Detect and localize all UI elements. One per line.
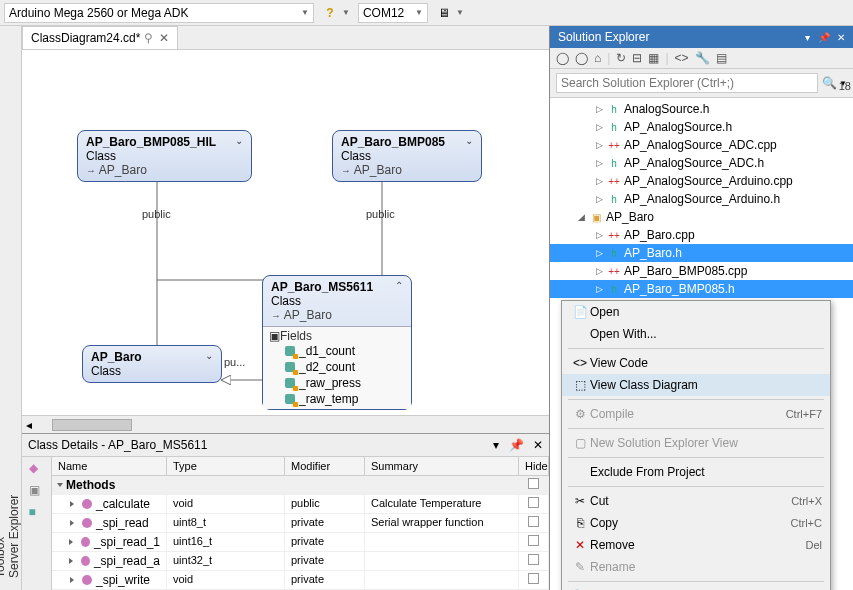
- expand-icon[interactable]: ◢: [576, 212, 586, 222]
- forward-icon[interactable]: ◯: [575, 51, 588, 65]
- expand-icon[interactable]: ▷: [594, 266, 604, 276]
- expand-icon[interactable]: ▷: [594, 140, 604, 150]
- group-methods[interactable]: Methods: [52, 476, 549, 495]
- expand-icon[interactable]: [69, 558, 73, 564]
- ctx-view-class-diagram[interactable]: ⬚View Class Diagram: [562, 374, 830, 396]
- chevron-down-icon[interactable]: ▼: [456, 8, 464, 17]
- pin-icon[interactable]: 📌: [509, 438, 524, 452]
- ctx-copy[interactable]: ⎘CopyCtrl+C: [562, 512, 830, 534]
- dropdown-icon[interactable]: ▾: [493, 438, 499, 452]
- collapse-icon[interactable]: ⊟: [632, 51, 642, 65]
- field-item[interactable]: _raw_press: [269, 375, 405, 391]
- table-row[interactable]: _spi_read_1 uint16_t private: [52, 533, 549, 552]
- hide-checkbox[interactable]: [528, 554, 539, 565]
- ctx-properties[interactable]: 🔧PropertiesAlt+Enter: [562, 585, 830, 590]
- class-ap-baro-bmp085[interactable]: AP_Baro_BMP085 Class → AP_Baro ⌄: [332, 130, 482, 182]
- show-all-icon[interactable]: ▦: [648, 51, 659, 65]
- ctx-open[interactable]: 📄Open: [562, 301, 830, 323]
- col-hide[interactable]: Hide: [519, 457, 549, 475]
- class-ap-baro[interactable]: AP_Baro Class ⌄: [82, 345, 222, 383]
- field-icon[interactable]: ■: [29, 505, 45, 521]
- toolbox-tab[interactable]: Toolbox: [0, 34, 7, 578]
- tree-item[interactable]: ▷hAP_AnalogSource_ADC.h: [550, 154, 853, 172]
- expand-icon[interactable]: [70, 577, 74, 583]
- chevron-down-icon[interactable]: ⌄: [205, 350, 213, 361]
- field-item[interactable]: _raw_temp: [269, 391, 405, 407]
- dropdown-icon[interactable]: ▾: [805, 32, 810, 43]
- expand-icon[interactable]: ▷: [594, 104, 604, 114]
- tree-item[interactable]: ▷hAnalogSource.h: [550, 100, 853, 118]
- board-selector[interactable]: Arduino Mega 2560 or Mega ADK ▼: [4, 3, 314, 23]
- expand-icon[interactable]: [70, 501, 74, 507]
- expand-icon[interactable]: ▷: [594, 122, 604, 132]
- chevron-down-icon[interactable]: ⌄: [235, 135, 243, 146]
- hide-checkbox[interactable]: [528, 478, 539, 489]
- ctx-exclude[interactable]: Exclude From Project: [562, 461, 830, 483]
- tree-item[interactable]: ▷++AP_Baro.cpp: [550, 226, 853, 244]
- tree-item[interactable]: ▷hAP_Baro.h: [550, 244, 853, 262]
- properties-icon[interactable]: ▤: [716, 51, 727, 65]
- fields-header[interactable]: ▣ Fields: [269, 329, 405, 343]
- wrench-icon[interactable]: 🔧: [695, 51, 710, 65]
- hide-checkbox[interactable]: [528, 516, 539, 527]
- back-icon[interactable]: ◯: [556, 51, 569, 65]
- class-ap-baro-bmp085-hil[interactable]: AP_Baro_BMP085_HIL Class → AP_Baro ⌄: [77, 130, 252, 182]
- expand-icon[interactable]: ▷: [594, 248, 604, 258]
- field-item[interactable]: _d2_count: [269, 359, 405, 375]
- close-icon[interactable]: ✕: [159, 31, 169, 45]
- tree-item[interactable]: ▷hAP_Baro_BMP085.h: [550, 280, 853, 298]
- property-icon[interactable]: ▣: [29, 483, 45, 499]
- expand-icon[interactable]: ▷: [594, 158, 604, 168]
- ctx-view-code[interactable]: <>View Code: [562, 352, 830, 374]
- tree-item[interactable]: ◢▣AP_Baro: [550, 208, 853, 226]
- server-explorer-tab[interactable]: Server Explorer: [7, 34, 21, 578]
- monitor-icon[interactable]: 🖥: [436, 5, 452, 21]
- chevron-up-icon[interactable]: ⌃: [395, 280, 403, 291]
- expand-icon[interactable]: [57, 483, 63, 487]
- col-type[interactable]: Type: [167, 457, 285, 475]
- method-icon[interactable]: ◆: [29, 461, 45, 477]
- home-icon[interactable]: ⌂: [594, 51, 601, 65]
- expand-icon[interactable]: [70, 520, 74, 526]
- field-item[interactable]: _d1_count: [269, 343, 405, 359]
- col-summary[interactable]: Summary: [365, 457, 519, 475]
- hide-checkbox[interactable]: [528, 573, 539, 584]
- tab-classdiagram[interactable]: ClassDiagram24.cd* ⚲ ✕: [22, 26, 178, 49]
- help-icon[interactable]: ?: [322, 5, 338, 21]
- hide-checkbox[interactable]: [528, 535, 539, 546]
- expand-icon[interactable]: ▷: [594, 194, 604, 204]
- search-icon[interactable]: 🔍: [822, 76, 837, 90]
- chevron-down-icon[interactable]: ⌄: [465, 135, 473, 146]
- ctx-cut[interactable]: ✂CutCtrl+X: [562, 490, 830, 512]
- table-row[interactable]: _spi_write void private: [52, 571, 549, 590]
- tree-item[interactable]: ▷++AP_Baro_BMP085.cpp: [550, 262, 853, 280]
- table-row[interactable]: _spi_read uint8_t private Serial wrapper…: [52, 514, 549, 533]
- close-icon[interactable]: ✕: [533, 438, 543, 452]
- table-row[interactable]: _calculate void public Calculate Tempera…: [52, 495, 549, 514]
- expand-icon[interactable]: ▷: [594, 284, 604, 294]
- port-selector[interactable]: COM12 ▼: [358, 3, 428, 23]
- ctx-open-with[interactable]: Open With...: [562, 323, 830, 345]
- class-diagram-canvas[interactable]: public public pu... AP_Baro_BMP085_HIL C…: [22, 50, 549, 415]
- refresh-icon[interactable]: ↻: [616, 51, 626, 65]
- hide-checkbox[interactable]: [528, 497, 539, 508]
- code-icon[interactable]: <>: [675, 51, 689, 65]
- class-ap-baro-ms5611[interactable]: AP_Baro_MS5611 Class → AP_Baro ⌃ ▣ Field…: [262, 275, 412, 410]
- scroll-left-icon[interactable]: ◂: [26, 418, 32, 432]
- close-icon[interactable]: ✕: [837, 32, 845, 43]
- expand-icon[interactable]: [69, 539, 73, 545]
- table-row[interactable]: _spi_read_a uint32_t private: [52, 552, 549, 571]
- tree-item[interactable]: ▷hAP_AnalogSource_Arduino.h: [550, 190, 853, 208]
- pin-icon[interactable]: 📌: [818, 32, 830, 43]
- tree-item[interactable]: ▷++AP_AnalogSource_Arduino.cpp: [550, 172, 853, 190]
- col-name[interactable]: Name: [52, 457, 167, 475]
- pin-icon[interactable]: ⚲: [144, 31, 153, 45]
- col-modifier[interactable]: Modifier: [285, 457, 365, 475]
- horizontal-scrollbar[interactable]: ◂: [22, 415, 549, 433]
- search-input[interactable]: [556, 73, 818, 93]
- tree-item[interactable]: ▷hAP_AnalogSource.h: [550, 118, 853, 136]
- expand-icon[interactable]: ▷: [594, 230, 604, 240]
- chevron-down-icon[interactable]: ▼: [342, 8, 350, 17]
- scroll-thumb[interactable]: [52, 419, 132, 431]
- expand-icon[interactable]: ▷: [594, 176, 604, 186]
